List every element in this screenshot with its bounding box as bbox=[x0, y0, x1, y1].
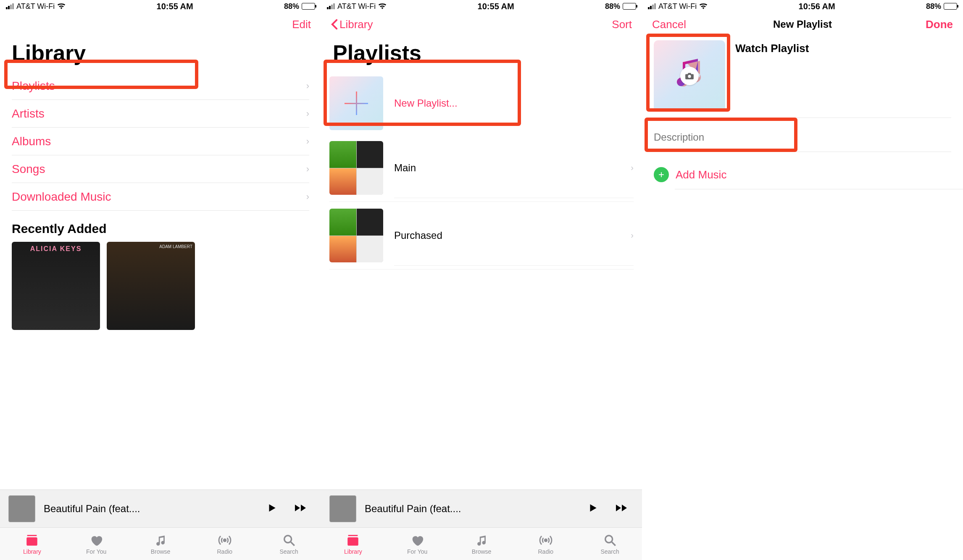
battery-icon bbox=[302, 3, 315, 10]
svg-line-9 bbox=[612, 542, 616, 546]
battery-percent: 88% bbox=[605, 2, 620, 11]
wifi-icon bbox=[699, 3, 708, 9]
cancel-button[interactable]: Cancel bbox=[652, 18, 686, 31]
tab-radio[interactable]: Radio bbox=[513, 528, 578, 560]
tab-bar: Library For You Browse Radio Search bbox=[321, 527, 642, 560]
description-input[interactable] bbox=[654, 131, 951, 143]
chevron-left-icon bbox=[331, 19, 338, 30]
now-playing-title: Beautiful Pain (feat.... bbox=[365, 503, 575, 515]
playlist-name: Purchased bbox=[394, 230, 442, 241]
battery-percent: 88% bbox=[284, 2, 299, 11]
now-playing-art[interactable] bbox=[329, 495, 356, 522]
tab-library[interactable]: Library bbox=[321, 528, 385, 560]
mini-player[interactable]: Beautiful Pain (feat.... bbox=[321, 489, 642, 527]
nav-bar: Edit bbox=[0, 13, 321, 36]
tab-search[interactable]: Search bbox=[578, 528, 642, 560]
next-button[interactable] bbox=[290, 498, 313, 519]
svg-point-3 bbox=[284, 535, 291, 542]
page-title: Playlists bbox=[321, 36, 642, 72]
library-pane: AT&T Wi-Fi 10:55 AM 88% Edit Library Pla… bbox=[0, 0, 321, 560]
battery-percent: 88% bbox=[926, 2, 941, 11]
playlist-list: New Playlist... Main› Purchased› bbox=[321, 72, 642, 270]
chevron-right-icon: › bbox=[306, 108, 309, 119]
tab-foryou[interactable]: For You bbox=[385, 528, 450, 560]
edit-button[interactable]: Edit bbox=[292, 18, 311, 31]
wifi-icon bbox=[57, 3, 66, 9]
album-art[interactable] bbox=[107, 242, 195, 330]
svg-rect-5 bbox=[348, 535, 358, 536]
now-playing-art[interactable] bbox=[8, 495, 35, 522]
chevron-right-icon: › bbox=[306, 81, 309, 92]
nav-bar: Library Sort bbox=[321, 13, 642, 36]
add-music-label: Add Music bbox=[676, 168, 726, 181]
library-row-playlists[interactable]: Playlists› bbox=[12, 72, 309, 100]
svg-point-8 bbox=[605, 535, 612, 542]
chevron-right-icon: › bbox=[306, 164, 309, 175]
status-bar: AT&T Wi-Fi 10:55 AM 88% bbox=[0, 0, 321, 13]
signal-icon bbox=[6, 3, 14, 9]
tab-radio[interactable]: Radio bbox=[192, 528, 257, 560]
wifi-icon bbox=[378, 3, 387, 9]
svg-rect-1 bbox=[27, 537, 38, 545]
playlist-artwork-picker[interactable] bbox=[654, 40, 725, 112]
svg-point-10 bbox=[688, 75, 691, 78]
tab-search[interactable]: Search bbox=[257, 528, 321, 560]
done-button[interactable]: Done bbox=[926, 18, 953, 31]
library-row-songs[interactable]: Songs› bbox=[12, 155, 309, 183]
next-button[interactable] bbox=[611, 498, 634, 519]
signal-icon bbox=[327, 3, 335, 9]
play-button[interactable] bbox=[262, 498, 282, 519]
tab-browse[interactable]: Browse bbox=[450, 528, 514, 560]
signal-icon bbox=[648, 3, 656, 9]
tab-library[interactable]: Library bbox=[0, 528, 64, 560]
library-list: Playlists› Artists› Albums› Songs› Downl… bbox=[0, 72, 321, 211]
status-bar: AT&T Wi-Fi 10:55 AM 88% bbox=[321, 0, 642, 13]
carrier-label: AT&T Wi-Fi bbox=[658, 2, 697, 11]
new-playlist-pane: AT&T Wi-Fi 10:56 AM 88% Cancel New Playl… bbox=[642, 0, 963, 560]
playlist-row[interactable]: Purchased› bbox=[329, 202, 634, 270]
chevron-right-icon: › bbox=[631, 230, 634, 240]
carrier-label: AT&T Wi-Fi bbox=[16, 2, 55, 11]
svg-rect-0 bbox=[27, 535, 37, 536]
new-playlist-row[interactable]: New Playlist... bbox=[329, 72, 634, 134]
playlist-row[interactable]: Main› bbox=[329, 134, 634, 202]
plus-icon bbox=[329, 76, 383, 130]
play-button[interactable] bbox=[583, 498, 603, 519]
add-music-row[interactable]: + Add Music bbox=[642, 152, 963, 182]
chevron-right-icon: › bbox=[631, 163, 634, 173]
page-title: Library bbox=[0, 36, 321, 72]
library-row-artists[interactable]: Artists› bbox=[12, 100, 309, 128]
playlist-name: Main bbox=[394, 162, 416, 174]
album-grid bbox=[0, 242, 321, 330]
playlist-name-input[interactable] bbox=[735, 42, 951, 55]
plus-icon: + bbox=[654, 167, 669, 182]
library-row-downloaded[interactable]: Downloaded Music› bbox=[12, 183, 309, 211]
playlist-art bbox=[329, 209, 383, 262]
battery-icon bbox=[944, 3, 957, 10]
new-playlist-label: New Playlist... bbox=[394, 97, 458, 109]
album-art[interactable] bbox=[12, 242, 100, 330]
tab-browse[interactable]: Browse bbox=[129, 528, 193, 560]
tab-foryou[interactable]: For You bbox=[64, 528, 129, 560]
back-button[interactable]: Library bbox=[331, 18, 373, 31]
recently-added-heading: Recently Added bbox=[0, 211, 321, 242]
library-row-albums[interactable]: Albums› bbox=[12, 128, 309, 155]
status-bar: AT&T Wi-Fi 10:56 AM 88% bbox=[642, 0, 963, 13]
status-time: 10:55 AM bbox=[157, 2, 193, 11]
nav-title: New Playlist bbox=[773, 18, 832, 30]
description-field bbox=[654, 126, 951, 148]
nav-bar: Cancel New Playlist Done bbox=[642, 13, 963, 36]
playlist-header bbox=[642, 36, 963, 116]
sort-button[interactable]: Sort bbox=[612, 18, 632, 31]
chevron-right-icon: › bbox=[306, 191, 309, 202]
mini-player[interactable]: Beautiful Pain (feat.... bbox=[0, 489, 321, 527]
battery-icon bbox=[623, 3, 636, 10]
tab-bar: Library For You Browse Radio Search bbox=[0, 527, 321, 560]
carrier-label: AT&T Wi-Fi bbox=[337, 2, 376, 11]
svg-point-2 bbox=[223, 538, 227, 542]
camera-icon bbox=[680, 67, 699, 85]
chevron-right-icon: › bbox=[306, 136, 309, 147]
status-time: 10:55 AM bbox=[478, 2, 514, 11]
svg-line-4 bbox=[291, 542, 295, 546]
playlists-pane: AT&T Wi-Fi 10:55 AM 88% Library Sort Pla… bbox=[321, 0, 642, 560]
